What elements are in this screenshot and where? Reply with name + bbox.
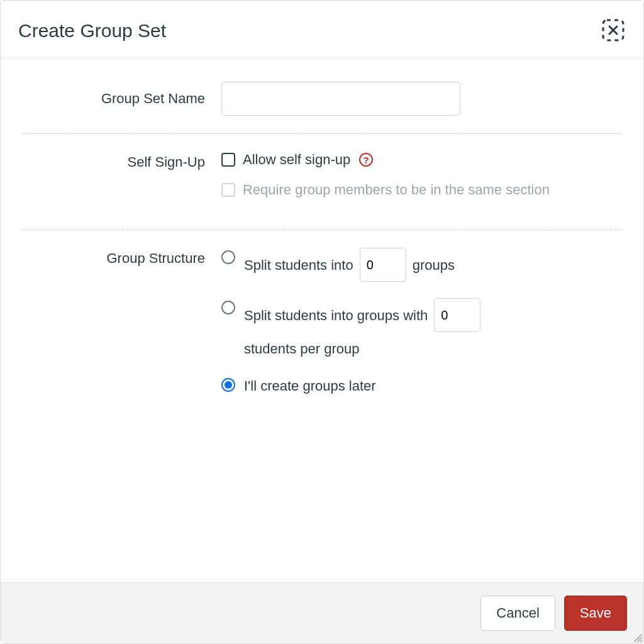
section-group-structure: Group Structure Split students into grou… — [22, 248, 622, 430]
create-group-set-modal: Create Group Set Group Set Name Self Sig… — [0, 0, 644, 644]
split-with-suffix: students per group — [244, 338, 359, 359]
require-same-section-label: Require group members to be in the same … — [243, 182, 550, 198]
split-with-students-radio[interactable] — [221, 301, 235, 314]
allow-self-sign-up-row: Allow self sign-up ? — [221, 152, 622, 168]
self-sign-up-label: Self Sign-Up — [127, 154, 205, 170]
create-later-row: I'll create groups later — [221, 375, 622, 396]
split-into-groups-radio[interactable] — [221, 250, 235, 264]
close-button[interactable] — [601, 18, 626, 43]
split-into-groups-input[interactable] — [360, 248, 406, 282]
modal-body: Group Set Name Self Sign-Up Allow self s… — [1, 59, 643, 582]
require-same-section-row: Require group members to be in the same … — [221, 182, 622, 198]
group-set-name-label: Group Set Name — [101, 91, 205, 106]
split-into-groups-row: Split students into groups — [221, 248, 622, 282]
save-button[interactable]: Save — [564, 596, 627, 631]
split-into-prefix: Split students into — [244, 255, 353, 275]
section-group-set-name: Group Set Name — [22, 82, 622, 134]
group-set-name-input[interactable] — [221, 82, 460, 116]
split-into-suffix: groups — [413, 255, 455, 275]
split-with-prefix: Split students into groups with — [244, 305, 428, 326]
modal-footer: Cancel Save — [1, 582, 643, 643]
allow-self-sign-up-checkbox[interactable] — [221, 153, 235, 167]
create-later-radio[interactable] — [221, 378, 235, 392]
group-structure-label: Group Structure — [106, 250, 205, 266]
allow-self-sign-up-label: Allow self sign-up — [243, 152, 350, 168]
create-later-label: I'll create groups later — [244, 375, 376, 396]
cancel-button[interactable]: Cancel — [480, 596, 555, 631]
help-icon[interactable]: ? — [359, 153, 373, 167]
modal-header: Create Group Set — [1, 1, 643, 59]
section-self-sign-up: Self Sign-Up Allow self sign-up ? Requir… — [22, 152, 622, 230]
require-same-section-checkbox — [221, 183, 235, 197]
split-with-students-input[interactable] — [434, 298, 480, 332]
split-with-students-row: Split students into groups with students… — [221, 298, 622, 359]
modal-title: Create Group Set — [18, 20, 166, 42]
close-icon — [601, 18, 625, 44]
